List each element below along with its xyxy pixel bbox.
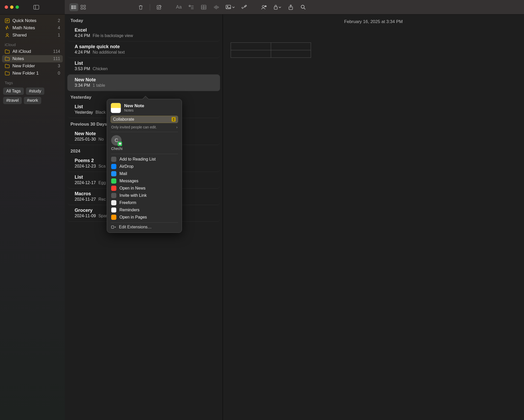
close-window[interactable]: [5, 5, 8, 9]
tags-row: All Tags#study#travel#work: [2, 86, 63, 106]
share-privacy-row[interactable]: Only invited people can edit. ›: [111, 123, 178, 132]
tag-all-tags[interactable]: All Tags: [3, 88, 24, 95]
share-app-mail[interactable]: Mail: [111, 170, 178, 177]
share-contact[interactable]: C 💬 Chechi: [111, 132, 178, 154]
share-icon[interactable]: [286, 3, 295, 11]
svg-point-27: [227, 6, 228, 7]
format-icon[interactable]: Aa: [174, 3, 183, 11]
note-item[interactable]: New Note3:34 PM1 table: [67, 75, 220, 91]
note-preview: No: [98, 137, 104, 141]
note-preview: No additional text: [93, 50, 125, 54]
svg-point-29: [262, 5, 264, 8]
share-app-open-in-news[interactable]: Open in News: [111, 185, 178, 192]
note-time: 3:53 PM: [75, 67, 90, 71]
minimize-window[interactable]: [10, 5, 13, 9]
chevron-right-icon: ›: [176, 125, 178, 129]
quick-icon: [5, 18, 10, 23]
notes-list: TodayExcel4:24 PMFile is backstage viewA…: [65, 15, 223, 420]
svg-point-6: [72, 8, 73, 9]
edit-extensions-row[interactable]: Edit Extensions…: [111, 223, 178, 230]
svg-point-2: [72, 5, 73, 6]
shared-icon: [5, 33, 10, 38]
share-app-reminders[interactable]: Reminders: [111, 206, 178, 214]
tag-study[interactable]: #study: [26, 88, 44, 95]
tag-travel[interactable]: #travel: [3, 97, 22, 104]
note-time: 3:34 PM: [75, 83, 90, 88]
stepper-icon: ▲▼: [172, 117, 176, 122]
share-app-freeform[interactable]: Freeform: [111, 199, 178, 206]
toggle-sidebar-icon[interactable]: [32, 3, 41, 11]
note-item[interactable]: List3:53 PMChicken: [67, 58, 220, 75]
titlebar: Aa: [0, 0, 524, 15]
note-table[interactable]: [231, 42, 311, 58]
messages-badge-icon: 💬: [118, 142, 122, 146]
svg-point-28: [245, 5, 246, 6]
sidebar-item-notes[interactable]: Notes111: [2, 55, 63, 62]
table-icon[interactable]: [199, 3, 208, 11]
notes-app-icon: [111, 103, 121, 113]
folder-icon: [5, 49, 10, 54]
share-app-add-to-reading-list[interactable]: Add to Reading List: [111, 156, 178, 163]
list-view-icon[interactable]: [69, 3, 78, 11]
svg-rect-39: [111, 226, 114, 228]
note-time: 4:24 PM: [75, 33, 90, 38]
note-preview: File is backstage view: [93, 33, 133, 38]
audio-icon[interactable]: [212, 3, 221, 11]
app-icon: [111, 215, 116, 220]
tag-work[interactable]: #work: [24, 97, 41, 104]
note-preview: Black: [96, 110, 106, 114]
sidebar-item-math-notes[interactable]: Math Notes4: [2, 24, 63, 32]
search-icon[interactable]: [299, 3, 308, 11]
sidebar-item-new-folder-1[interactable]: New Folder 10: [2, 70, 63, 77]
sidebar-item-new-folder[interactable]: New Folder3: [2, 62, 63, 70]
collaborate-icon[interactable]: [259, 3, 268, 11]
app-icon: [111, 157, 116, 162]
note-title: Excel: [75, 27, 213, 33]
share-subtitle: Notes: [124, 108, 144, 112]
share-contact-name: Chechi: [111, 147, 123, 151]
svg-point-4: [72, 7, 73, 8]
sidebar-item-all-icloud[interactable]: All iCloud114: [2, 48, 63, 55]
app-icon: [111, 186, 116, 191]
svg-rect-0: [34, 5, 39, 9]
note-preview: Rec: [98, 197, 106, 201]
media-icon[interactable]: [224, 3, 236, 11]
note-item[interactable]: A sample quick note4:24 PMNo additional …: [67, 41, 220, 58]
link-icon[interactable]: [240, 3, 249, 11]
note-time: Yesterday: [75, 110, 93, 114]
share-mode-select[interactable]: Collaborate ▲▼: [111, 116, 178, 123]
sidebar-item-quick-notes[interactable]: Quick Notes2: [2, 17, 63, 24]
zoom-window[interactable]: [16, 5, 19, 9]
note-time: 2025-01-30: [75, 137, 96, 141]
note-time: 2024-11-27: [75, 197, 96, 201]
app-icon: [111, 207, 116, 213]
svg-rect-10: [81, 8, 83, 9]
note-time: 2024-12-23: [75, 164, 96, 168]
math-icon: [5, 25, 10, 31]
checklist-icon[interactable]: [187, 3, 196, 11]
sidebar-item-shared[interactable]: Shared1: [2, 32, 63, 39]
note-title: A sample quick note: [75, 44, 213, 49]
share-app-invite-with-link[interactable]: Invite with Link: [111, 192, 178, 199]
grid-view-icon[interactable]: [79, 3, 88, 11]
new-note-icon[interactable]: [155, 3, 164, 11]
share-app-open-in-pages[interactable]: Open in Pages: [111, 214, 178, 221]
note-item[interactable]: Excel4:24 PMFile is backstage view: [67, 25, 220, 41]
svg-rect-11: [84, 8, 86, 9]
folder-icon: [5, 56, 10, 61]
note-date: February 16, 2025 at 3:34 PM: [231, 19, 516, 24]
share-app-airdrop[interactable]: AirDrop: [111, 163, 178, 170]
share-app-messages[interactable]: Messages: [111, 177, 178, 185]
extensions-icon: [111, 225, 116, 229]
note-time: 4:24 PM: [75, 50, 90, 54]
svg-rect-9: [84, 5, 86, 7]
lock-icon[interactable]: [272, 3, 283, 11]
note-time: 2024-12-17: [75, 180, 96, 185]
toolbar: Aa: [65, 0, 524, 14]
svg-rect-33: [274, 7, 277, 9]
note-preview: Chicken: [93, 67, 108, 71]
share-privacy-label: Only invited people can edit.: [111, 125, 157, 129]
svg-rect-8: [81, 5, 83, 7]
editor: February 16, 2025 at 3:34 PM: [223, 15, 524, 420]
delete-icon[interactable]: [136, 3, 145, 11]
